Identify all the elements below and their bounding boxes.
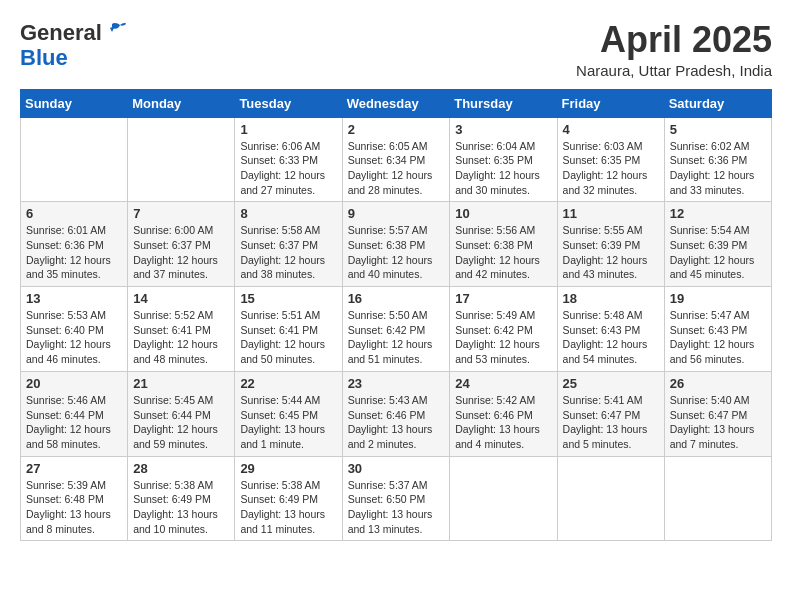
day-number: 16 — [348, 291, 445, 306]
calendar-cell: 21Sunrise: 5:45 AM Sunset: 6:44 PM Dayli… — [128, 371, 235, 456]
day-info: Sunrise: 5:38 AM Sunset: 6:49 PM Dayligh… — [240, 478, 336, 537]
day-number: 22 — [240, 376, 336, 391]
day-number: 4 — [563, 122, 659, 137]
day-number: 14 — [133, 291, 229, 306]
day-info: Sunrise: 5:58 AM Sunset: 6:37 PM Dayligh… — [240, 223, 336, 282]
day-number: 25 — [563, 376, 659, 391]
day-info: Sunrise: 5:51 AM Sunset: 6:41 PM Dayligh… — [240, 308, 336, 367]
day-info: Sunrise: 6:00 AM Sunset: 6:37 PM Dayligh… — [133, 223, 229, 282]
day-info: Sunrise: 5:37 AM Sunset: 6:50 PM Dayligh… — [348, 478, 445, 537]
day-number: 23 — [348, 376, 445, 391]
calendar-day-header: Thursday — [450, 89, 557, 117]
calendar-cell: 17Sunrise: 5:49 AM Sunset: 6:42 PM Dayli… — [450, 287, 557, 372]
day-number: 26 — [670, 376, 766, 391]
day-info: Sunrise: 5:49 AM Sunset: 6:42 PM Dayligh… — [455, 308, 551, 367]
day-number: 9 — [348, 206, 445, 221]
title-block: April 2025 Naraura, Uttar Pradesh, India — [576, 20, 772, 79]
day-info: Sunrise: 5:43 AM Sunset: 6:46 PM Dayligh… — [348, 393, 445, 452]
day-number: 8 — [240, 206, 336, 221]
day-info: Sunrise: 5:48 AM Sunset: 6:43 PM Dayligh… — [563, 308, 659, 367]
calendar-week-row: 20Sunrise: 5:46 AM Sunset: 6:44 PM Dayli… — [21, 371, 772, 456]
calendar-cell: 9Sunrise: 5:57 AM Sunset: 6:38 PM Daylig… — [342, 202, 450, 287]
calendar-cell: 20Sunrise: 5:46 AM Sunset: 6:44 PM Dayli… — [21, 371, 128, 456]
day-info: Sunrise: 5:41 AM Sunset: 6:47 PM Dayligh… — [563, 393, 659, 452]
day-info: Sunrise: 5:52 AM Sunset: 6:41 PM Dayligh… — [133, 308, 229, 367]
calendar-cell — [450, 456, 557, 541]
day-number: 21 — [133, 376, 229, 391]
day-info: Sunrise: 5:47 AM Sunset: 6:43 PM Dayligh… — [670, 308, 766, 367]
day-info: Sunrise: 5:54 AM Sunset: 6:39 PM Dayligh… — [670, 223, 766, 282]
calendar-cell: 27Sunrise: 5:39 AM Sunset: 6:48 PM Dayli… — [21, 456, 128, 541]
calendar-cell: 22Sunrise: 5:44 AM Sunset: 6:45 PM Dayli… — [235, 371, 342, 456]
calendar-cell: 19Sunrise: 5:47 AM Sunset: 6:43 PM Dayli… — [664, 287, 771, 372]
day-number: 10 — [455, 206, 551, 221]
day-number: 24 — [455, 376, 551, 391]
day-info: Sunrise: 5:50 AM Sunset: 6:42 PM Dayligh… — [348, 308, 445, 367]
day-number: 6 — [26, 206, 122, 221]
day-info: Sunrise: 5:38 AM Sunset: 6:49 PM Dayligh… — [133, 478, 229, 537]
calendar-cell: 8Sunrise: 5:58 AM Sunset: 6:37 PM Daylig… — [235, 202, 342, 287]
calendar-cell: 14Sunrise: 5:52 AM Sunset: 6:41 PM Dayli… — [128, 287, 235, 372]
bird-icon — [104, 22, 126, 40]
calendar-cell: 30Sunrise: 5:37 AM Sunset: 6:50 PM Dayli… — [342, 456, 450, 541]
calendar-cell — [664, 456, 771, 541]
day-number: 2 — [348, 122, 445, 137]
day-number: 15 — [240, 291, 336, 306]
calendar-cell — [557, 456, 664, 541]
calendar-cell: 11Sunrise: 5:55 AM Sunset: 6:39 PM Dayli… — [557, 202, 664, 287]
day-number: 11 — [563, 206, 659, 221]
day-number: 18 — [563, 291, 659, 306]
calendar-header-row: SundayMondayTuesdayWednesdayThursdayFrid… — [21, 89, 772, 117]
calendar-week-row: 6Sunrise: 6:01 AM Sunset: 6:36 PM Daylig… — [21, 202, 772, 287]
calendar-cell: 26Sunrise: 5:40 AM Sunset: 6:47 PM Dayli… — [664, 371, 771, 456]
calendar-day-header: Saturday — [664, 89, 771, 117]
day-number: 7 — [133, 206, 229, 221]
calendar-cell: 2Sunrise: 6:05 AM Sunset: 6:34 PM Daylig… — [342, 117, 450, 202]
calendar-cell: 24Sunrise: 5:42 AM Sunset: 6:46 PM Dayli… — [450, 371, 557, 456]
calendar-day-header: Wednesday — [342, 89, 450, 117]
day-info: Sunrise: 6:02 AM Sunset: 6:36 PM Dayligh… — [670, 139, 766, 198]
day-info: Sunrise: 6:04 AM Sunset: 6:35 PM Dayligh… — [455, 139, 551, 198]
calendar-week-row: 27Sunrise: 5:39 AM Sunset: 6:48 PM Dayli… — [21, 456, 772, 541]
day-number: 29 — [240, 461, 336, 476]
day-info: Sunrise: 5:55 AM Sunset: 6:39 PM Dayligh… — [563, 223, 659, 282]
day-info: Sunrise: 5:42 AM Sunset: 6:46 PM Dayligh… — [455, 393, 551, 452]
calendar-cell: 7Sunrise: 6:00 AM Sunset: 6:37 PM Daylig… — [128, 202, 235, 287]
day-info: Sunrise: 5:39 AM Sunset: 6:48 PM Dayligh… — [26, 478, 122, 537]
day-info: Sunrise: 5:44 AM Sunset: 6:45 PM Dayligh… — [240, 393, 336, 452]
calendar-table: SundayMondayTuesdayWednesdayThursdayFrid… — [20, 89, 772, 542]
calendar-cell: 18Sunrise: 5:48 AM Sunset: 6:43 PM Dayli… — [557, 287, 664, 372]
day-info: Sunrise: 5:45 AM Sunset: 6:44 PM Dayligh… — [133, 393, 229, 452]
location: Naraura, Uttar Pradesh, India — [576, 62, 772, 79]
calendar-cell: 23Sunrise: 5:43 AM Sunset: 6:46 PM Dayli… — [342, 371, 450, 456]
day-info: Sunrise: 5:46 AM Sunset: 6:44 PM Dayligh… — [26, 393, 122, 452]
calendar-cell: 6Sunrise: 6:01 AM Sunset: 6:36 PM Daylig… — [21, 202, 128, 287]
day-number: 13 — [26, 291, 122, 306]
logo-blue: Blue — [20, 45, 68, 70]
calendar-cell: 15Sunrise: 5:51 AM Sunset: 6:41 PM Dayli… — [235, 287, 342, 372]
calendar-cell: 29Sunrise: 5:38 AM Sunset: 6:49 PM Dayli… — [235, 456, 342, 541]
day-info: Sunrise: 5:40 AM Sunset: 6:47 PM Dayligh… — [670, 393, 766, 452]
calendar-cell: 10Sunrise: 5:56 AM Sunset: 6:38 PM Dayli… — [450, 202, 557, 287]
calendar-cell — [21, 117, 128, 202]
day-number: 17 — [455, 291, 551, 306]
day-number: 30 — [348, 461, 445, 476]
calendar-cell: 16Sunrise: 5:50 AM Sunset: 6:42 PM Dayli… — [342, 287, 450, 372]
day-info: Sunrise: 6:03 AM Sunset: 6:35 PM Dayligh… — [563, 139, 659, 198]
day-info: Sunrise: 6:05 AM Sunset: 6:34 PM Dayligh… — [348, 139, 445, 198]
calendar-cell: 4Sunrise: 6:03 AM Sunset: 6:35 PM Daylig… — [557, 117, 664, 202]
page-header: General Blue April 2025 Naraura, Uttar P… — [20, 20, 772, 79]
logo: General Blue — [20, 20, 126, 71]
day-info: Sunrise: 6:01 AM Sunset: 6:36 PM Dayligh… — [26, 223, 122, 282]
logo-general: General — [20, 20, 102, 45]
day-number: 27 — [26, 461, 122, 476]
calendar-day-header: Sunday — [21, 89, 128, 117]
calendar-week-row: 1Sunrise: 6:06 AM Sunset: 6:33 PM Daylig… — [21, 117, 772, 202]
calendar-cell: 5Sunrise: 6:02 AM Sunset: 6:36 PM Daylig… — [664, 117, 771, 202]
day-info: Sunrise: 5:57 AM Sunset: 6:38 PM Dayligh… — [348, 223, 445, 282]
day-info: Sunrise: 5:56 AM Sunset: 6:38 PM Dayligh… — [455, 223, 551, 282]
day-number: 3 — [455, 122, 551, 137]
month-title: April 2025 — [576, 20, 772, 60]
calendar-cell: 13Sunrise: 5:53 AM Sunset: 6:40 PM Dayli… — [21, 287, 128, 372]
calendar-week-row: 13Sunrise: 5:53 AM Sunset: 6:40 PM Dayli… — [21, 287, 772, 372]
